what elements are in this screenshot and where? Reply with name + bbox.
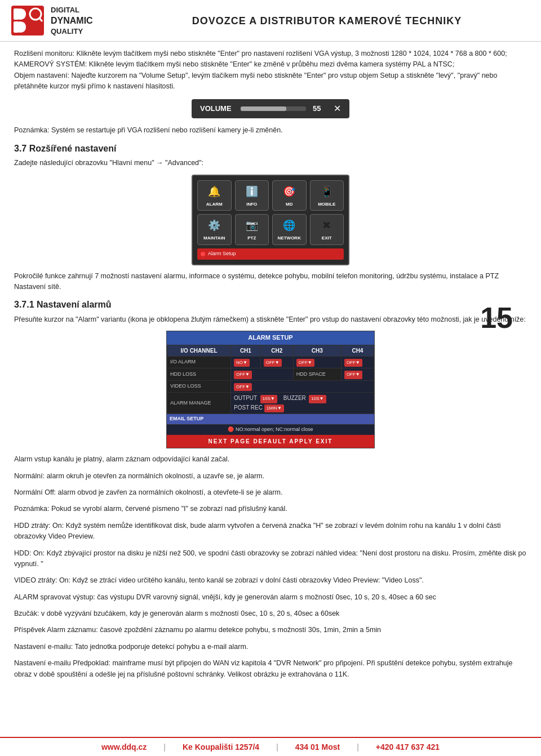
intro-text: Rozlišení monitoru: Klikněte levým tlačí…: [14, 48, 527, 92]
mobile-icon: 📱: [318, 184, 336, 200]
section-37-subtitle: Zadejte následující obrazovku "Hlavní me…: [14, 158, 527, 168]
section-371-wrapper: 3.7.1 Nastavení alarmů 15 Přesuňte kurzo…: [14, 298, 527, 325]
ptz-label: PTZ: [247, 235, 256, 242]
footer-sep3: |: [357, 742, 359, 751]
ddq-logo-icon: [11, 6, 45, 37]
volume-value: 55: [313, 103, 327, 114]
page-title: DOVOZCE A DISTRIBUTOR KAMEROVÉ TECHNIKY: [124, 15, 530, 27]
adv-menu-exit[interactable]: ✖ EXIT: [310, 214, 344, 244]
adv-menu-alarm[interactable]: 🔔 ALARM: [197, 180, 232, 211]
footer-website[interactable]: www.ddq.cz: [101, 742, 147, 751]
alarm-line-11: Nastavení e-mailu Předpoklad: mainframe …: [14, 658, 527, 680]
footer-city: 434 01 Most: [295, 742, 340, 751]
col-ch1: CH1: [231, 345, 261, 357]
maintain-label: MAINTAIN: [203, 235, 225, 242]
alarm-line-5: HDD: On: Když zbývající prostor na disku…: [14, 548, 527, 570]
logo-text: DIGITAL DYNAMIC QUALITY: [51, 6, 93, 37]
exit-icon: ✖: [318, 218, 336, 234]
logo-line3: QUALITY: [51, 27, 93, 37]
para3: Objem nastavení: Najeďte kurzorem na "Vo…: [14, 72, 497, 90]
col-ch3: CH3: [293, 345, 341, 357]
adv-menu-ptz[interactable]: 📷 PTZ: [235, 214, 269, 244]
alarm-row-manage: ALARM MANAGE OUTPUT 10S▼ BUZZER 10S▼ POS…: [167, 393, 374, 414]
io-alarm-label: I/O ALARM: [167, 357, 231, 368]
main-content: Rozlišení monitoru: Klikněte levým tlačí…: [0, 42, 541, 692]
network-icon: 🌐: [280, 218, 298, 234]
video-loss-label: VIDEO LOSS: [167, 380, 231, 392]
adv-footer: Alarm Setup: [197, 248, 344, 260]
maintain-icon: ⚙️: [205, 218, 223, 234]
hdd-space-label: HDD SPACE: [293, 368, 341, 380]
volume-close-icon[interactable]: ✕: [334, 102, 341, 116]
adv-menu-maintain[interactable]: ⚙️ MAINTAIN: [197, 214, 232, 244]
info-label: INFO: [246, 201, 257, 208]
svg-rect-1: [14, 8, 19, 20]
alarm-line-4: HDD ztráty: On: Když systém nemůže ident…: [14, 521, 527, 542]
footer-sep2: |: [276, 742, 278, 751]
hdd-loss-label: HDD LOSS: [167, 368, 231, 380]
md-icon: 🎯: [280, 184, 298, 200]
note-text: Poznámka: Systém se restartuje při VGA r…: [14, 125, 527, 136]
io-ch4-val: OFF▼: [341, 357, 374, 368]
logo-line2: DYNAMIC: [51, 15, 93, 27]
page-header: DIGITAL DYNAMIC QUALITY DOVOZCE A DISTRI…: [0, 0, 541, 42]
alarm-line-2: Normální Off: alarm obvod je zavřen za n…: [14, 487, 527, 498]
nav-bar[interactable]: NEXT PAGE DEFAULT APPLY EXIT: [167, 435, 374, 448]
alarm-setup-box: ALARM SETUP I/O CHANNEL CH1 CH2 CH3 CH4 …: [166, 331, 375, 448]
footer-address: Ke Koupališti 1257/4: [183, 742, 259, 751]
para2: KAMEROVÝ SYSTÉM: Klikněte levým tlačítke…: [14, 60, 454, 68]
alarm-manage-val: OUTPUT 10S▼ BUZZER 10S▼ POST REC 1MIN▼: [231, 393, 374, 414]
adv-footer-dot-icon: [201, 252, 205, 256]
volume-bar: VOLUME 55 ✕: [192, 99, 349, 119]
network-label: NETWORK: [278, 235, 301, 242]
adv-menu-mobile[interactable]: 📱 MOBILE: [310, 180, 344, 211]
para1: Rozlišení monitoru: Klikněte levým tlačí…: [14, 50, 507, 57]
io-ch1-val: NO▼: [231, 357, 261, 368]
alarm-line-3: Poznámka: Pokud se vyrobí alarm, červené…: [14, 504, 527, 514]
adv-description: Pokročilé funkce zahrnují 7 možností nas…: [14, 271, 527, 293]
nc-bar: 🔴 NO:normal open; NC:normal close: [167, 424, 374, 435]
video-loss-val: OFF▼: [231, 380, 374, 392]
adv-menu-box: 🔔 ALARM ℹ️ INFO 🎯 MD 📱 MOBILE ⚙️ MA: [192, 175, 349, 265]
page-footer: www.ddq.cz | Ke Koupališti 1257/4 | 434 …: [0, 737, 541, 756]
section-37-title: 3.7 Rozšířené nastavení: [14, 142, 527, 156]
alarm-setup-title: ALARM SETUP: [167, 331, 374, 344]
io-ch3-val: OFF▼: [293, 357, 341, 368]
footer-phone: +420 417 637 421: [376, 742, 440, 751]
alarm-line-1: Normální: alarm okruh je otevřen za norm…: [14, 471, 527, 482]
alarm-line-8: Bzučák: v době vyzývání bzučákem, kdy je…: [14, 608, 527, 619]
adv-menu-md[interactable]: 🎯 MD: [272, 180, 307, 211]
volume-track[interactable]: [241, 106, 306, 111]
page-number: 15: [480, 295, 513, 341]
hdd-loss-val: OFF▼: [231, 368, 294, 380]
alarm-line-6: VIDEO ztráty: On: Když se ztrácí video u…: [14, 575, 527, 586]
adv-menu-grid: 🔔 ALARM ℹ️ INFO 🎯 MD 📱 MOBILE ⚙️ MA: [197, 180, 344, 245]
io-ch2-val: OFF▼: [260, 357, 293, 368]
mobile-label: MOBILE: [318, 201, 335, 208]
volume-fill: [241, 106, 286, 111]
alarm-icon: 🔔: [205, 184, 223, 200]
footer-sep1: |: [163, 742, 166, 751]
volume-label: VOLUME: [200, 103, 234, 114]
alarm-line-10: Nastavení e-mailu: Tato jednotka podporu…: [14, 642, 527, 652]
alarm-row-io: I/O ALARM NO▼ OFF▼ OFF▼ OFF▼: [167, 357, 374, 368]
alarm-table: I/O CHANNEL CH1 CH2 CH3 CH4 I/O ALARM NO…: [167, 345, 374, 414]
alarm-manage-label: ALARM MANAGE: [167, 393, 231, 414]
hdd-space-val: OFF▼: [341, 368, 374, 380]
logo-line1: DIGITAL: [51, 6, 93, 15]
alarm-line-7: ALARM spravovat výstup: čas výstupu DVR …: [14, 592, 527, 603]
adv-menu-info[interactable]: ℹ️ INFO: [235, 180, 269, 211]
col-io-channel: I/O CHANNEL: [167, 345, 231, 357]
alarm-line-0: Alarm vstup kanálu je platný, alarm zázn…: [14, 454, 527, 465]
exit-label: EXIT: [322, 235, 332, 242]
section-371-description: Přesuňte kurzor na "Alarm" variantu (iko…: [14, 314, 527, 325]
section-371-title: 3.7.1 Nastavení alarmů: [14, 298, 527, 312]
adv-footer-text: Alarm Setup: [208, 250, 236, 258]
adv-menu-network[interactable]: 🌐 NETWORK: [272, 214, 307, 244]
email-setup-bar: EMAIL SETUP: [167, 414, 374, 424]
alarm-row-video: VIDEO LOSS OFF▼: [167, 380, 374, 392]
svg-rect-2: [14, 21, 19, 33]
info-icon: ℹ️: [243, 184, 261, 200]
col-ch4: CH4: [341, 345, 374, 357]
logo-area: DIGITAL DYNAMIC QUALITY: [11, 6, 124, 37]
